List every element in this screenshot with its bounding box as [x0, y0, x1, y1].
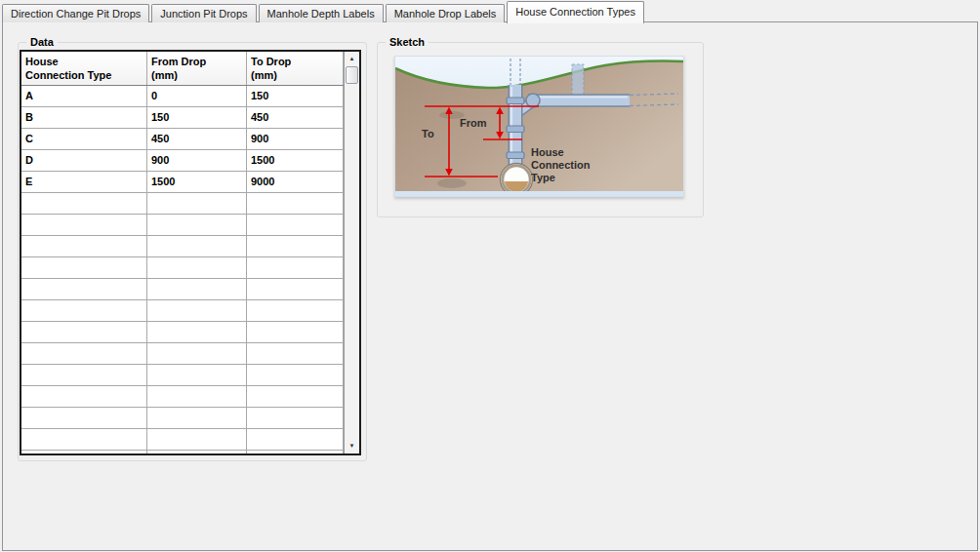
pipe-coupling: [507, 126, 524, 133]
table-cell[interactable]: [21, 429, 147, 451]
table-cell[interactable]: 150: [247, 86, 344, 107]
table-cell[interactable]: [21, 257, 147, 279]
column-header-from-drop[interactable]: From Drop (mm): [147, 52, 247, 85]
vertical-scrollbar[interactable]: ▲ ▼: [344, 52, 359, 453]
house-connection-type-label-line1: House: [531, 146, 564, 158]
header-line: House: [25, 56, 59, 67]
table-cell[interactable]: [147, 365, 247, 386]
table-cell[interactable]: [147, 300, 247, 322]
table-row: [21, 408, 344, 429]
table-cell[interactable]: [147, 193, 247, 215]
table-cell[interactable]: [21, 365, 147, 386]
table-row: [21, 279, 344, 300]
to-label: To: [422, 128, 434, 139]
sketch-image: To From House Connection Type: [394, 56, 684, 197]
table-cell[interactable]: [247, 236, 344, 257]
table-cell[interactable]: [21, 215, 147, 236]
column-header-to-drop[interactable]: To Drop (mm): [247, 52, 344, 85]
table-cell[interactable]: [147, 236, 247, 257]
table-cell[interactable]: D: [21, 150, 147, 172]
table-cell[interactable]: [247, 429, 344, 451]
table-cell[interactable]: [247, 343, 344, 365]
tab-bar: Direction Change Pit DropsJunction Pit D…: [2, 0, 646, 22]
table-row: [21, 429, 344, 451]
table-row: [21, 257, 344, 279]
table-row: C450900: [21, 129, 344, 150]
table-cell[interactable]: E: [21, 172, 147, 193]
table-cell[interactable]: 900: [147, 150, 247, 172]
table-cell[interactable]: [247, 408, 344, 429]
table-cell[interactable]: 1500: [147, 172, 247, 193]
table-cell[interactable]: [147, 322, 247, 343]
header-line: To Drop: [251, 56, 291, 67]
table-cell[interactable]: [247, 215, 344, 236]
table-row: [21, 386, 344, 408]
tab-direction-change-pit-drops[interactable]: Direction Change Pit Drops: [2, 4, 149, 22]
table-cell[interactable]: [21, 451, 147, 453]
table-cell[interactable]: 150: [147, 107, 247, 129]
sketch-group-title: Sketch: [386, 35, 429, 49]
table-cell[interactable]: [147, 257, 247, 279]
pipe-coupling: [507, 98, 524, 104]
table-cell[interactable]: C: [21, 129, 147, 150]
table-cell[interactable]: [147, 386, 247, 408]
tab-junction-pit-drops[interactable]: Junction Pit Drops: [151, 4, 256, 22]
table-row: [21, 215, 344, 236]
dialog-window: Direction Change Pit DropsJunction Pit D…: [0, 0, 980, 552]
table-cell[interactable]: B: [21, 107, 147, 129]
tab-manhole-drop-labels[interactable]: Manhole Drop Labels: [386, 4, 506, 22]
table-cell[interactable]: [247, 386, 344, 408]
table-cell[interactable]: [21, 322, 147, 343]
table-cell[interactable]: [247, 451, 344, 453]
house-connection-diagram: To From House Connection Type: [395, 57, 683, 196]
data-table: House Connection Type From Drop (mm) To …: [20, 50, 361, 455]
table-cell[interactable]: 450: [247, 107, 344, 129]
scrollbar-thumb[interactable]: [346, 66, 358, 84]
table-cell[interactable]: [147, 408, 247, 429]
table-cell[interactable]: [21, 343, 147, 365]
table-cell[interactable]: [21, 386, 147, 408]
shadow: [437, 178, 467, 188]
table-cell[interactable]: [247, 365, 344, 386]
table-cell[interactable]: 450: [147, 129, 247, 150]
sketch-groupbox: Sketch: [377, 42, 704, 217]
table-cell[interactable]: [247, 322, 344, 343]
table-row: [21, 451, 344, 453]
table-cell[interactable]: 1500: [247, 150, 344, 172]
table-cell[interactable]: [21, 408, 147, 429]
table-cell[interactable]: 0: [147, 86, 247, 107]
table-cell[interactable]: [147, 279, 247, 300]
tab-manhole-depth-labels[interactable]: Manhole Depth Labels: [259, 4, 384, 22]
table-row: [21, 365, 344, 386]
scroll-up-icon[interactable]: ▲: [345, 52, 359, 66]
table-row: D9001500: [21, 150, 344, 172]
table-cell[interactable]: [21, 279, 147, 300]
table-cell[interactable]: [21, 236, 147, 257]
table-cell[interactable]: [147, 215, 247, 236]
table-cell[interactable]: A: [21, 86, 147, 107]
table-cell[interactable]: 9000: [247, 172, 344, 193]
table-row: B150450: [21, 107, 344, 129]
table-cell[interactable]: [247, 300, 344, 322]
tab-page: Data House Connection Type From Drop (mm…: [2, 21, 978, 551]
table-cell[interactable]: [147, 451, 247, 453]
column-header-house-connection-type[interactable]: House Connection Type: [21, 52, 147, 85]
table-cell[interactable]: [21, 193, 147, 215]
table-cell[interactable]: [247, 279, 344, 300]
image-bottom-edge: [395, 191, 683, 196]
house-connection-type-label-line3: Type: [531, 172, 555, 183]
scroll-down-icon[interactable]: ▼: [345, 439, 359, 453]
pipe-coupling: [507, 152, 524, 159]
table-content: House Connection Type From Drop (mm) To …: [21, 52, 344, 453]
table-row: [21, 300, 344, 322]
table-cell[interactable]: [147, 343, 247, 365]
table-cell[interactable]: [147, 429, 247, 451]
table-cell[interactable]: [21, 300, 147, 322]
table-cell[interactable]: [247, 257, 344, 279]
tab-house-connection-types[interactable]: House Connection Types: [507, 1, 644, 23]
header-line: (mm): [151, 69, 178, 81]
table-row: [21, 193, 344, 215]
table-row: A0150: [21, 86, 344, 107]
table-cell[interactable]: 900: [247, 129, 344, 150]
table-cell[interactable]: [247, 193, 344, 215]
